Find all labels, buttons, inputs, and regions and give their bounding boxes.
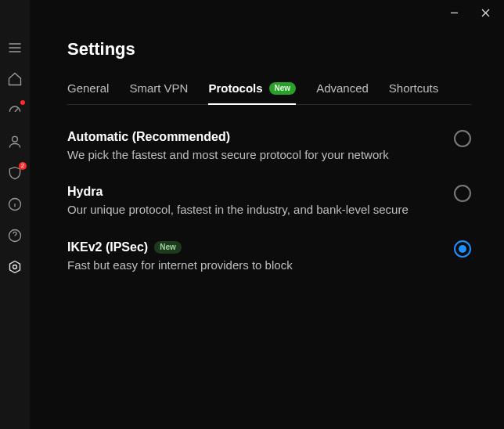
shield-badge: 2 xyxy=(19,162,27,170)
protocol-option-automatic[interactable]: Automatic (Recommended) We pick the fast… xyxy=(67,130,471,163)
new-badge: New xyxy=(154,241,182,254)
account-icon[interactable] xyxy=(6,133,23,150)
option-title: Hydra xyxy=(67,185,103,199)
tab-protocols[interactable]: Protocols New xyxy=(208,81,296,104)
tab-smart-vpn[interactable]: Smart VPN xyxy=(129,81,188,104)
tab-advanced[interactable]: Advanced xyxy=(316,81,369,104)
menu-icon[interactable] xyxy=(6,39,23,56)
option-title: Automatic (Recommended) xyxy=(67,130,230,144)
shield-icon[interactable]: 2 xyxy=(6,164,23,182)
tab-shortcuts[interactable]: Shortcuts xyxy=(389,81,438,104)
page-title: Settings xyxy=(67,39,504,59)
radio-hydra[interactable] xyxy=(454,185,471,202)
tab-label: General xyxy=(67,81,109,95)
protocol-option-list: Automatic (Recommended) We pick the fast… xyxy=(67,130,471,273)
tab-label: Advanced xyxy=(316,81,369,95)
tab-label: Protocols xyxy=(208,81,262,95)
help-icon[interactable] xyxy=(6,227,23,244)
protocol-option-ikev2[interactable]: IKEv2 (IPSec) New Fast but easy for inte… xyxy=(67,240,471,273)
notification-dot xyxy=(20,100,25,105)
radio-ikev2[interactable] xyxy=(454,240,471,258)
tab-label: Smart VPN xyxy=(129,81,188,95)
settings-tabs: General Smart VPN Protocols New Advanced… xyxy=(67,81,471,105)
radio-automatic[interactable] xyxy=(454,130,471,147)
speed-icon[interactable] xyxy=(6,102,23,119)
sidebar-rail: 2 xyxy=(0,0,30,429)
info-icon[interactable] xyxy=(6,196,23,213)
option-desc: Fast but easy for internet providers to … xyxy=(67,258,293,273)
option-desc: We pick the fastest and most secure prot… xyxy=(67,147,389,163)
option-title: IKEv2 (IPSec) xyxy=(67,240,148,254)
protocol-option-hydra[interactable]: Hydra Our unique protocol, fastest in th… xyxy=(67,185,471,218)
settings-icon[interactable] xyxy=(6,258,23,276)
titlebar xyxy=(67,0,504,25)
window-minimize-button[interactable] xyxy=(440,2,468,23)
svg-marker-3 xyxy=(10,261,20,273)
svg-point-4 xyxy=(13,265,17,269)
new-badge: New xyxy=(269,82,297,95)
main-panel: Settings General Smart VPN Protocols New… xyxy=(30,0,504,429)
tab-general[interactable]: General xyxy=(67,81,109,104)
home-icon[interactable] xyxy=(6,70,23,88)
option-desc: Our unique protocol, fastest in the indu… xyxy=(67,202,409,218)
window-close-button[interactable] xyxy=(471,2,499,23)
tab-label: Shortcuts xyxy=(389,81,438,95)
svg-point-0 xyxy=(13,136,18,142)
